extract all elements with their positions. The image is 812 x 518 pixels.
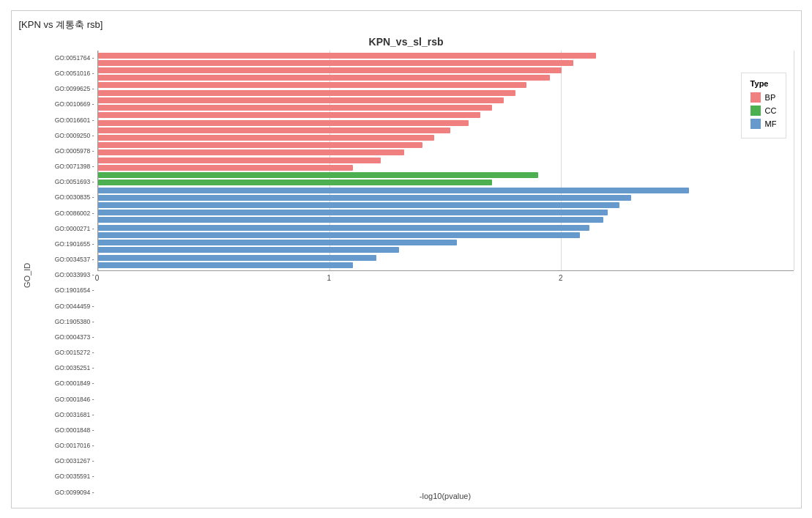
bar-bp: [98, 67, 562, 73]
bar-mf: [98, 255, 376, 261]
y-label: GO:0035251 -: [35, 365, 94, 371]
bar-row: [98, 52, 794, 59]
y-label: GO:0034537 -: [35, 256, 94, 263]
bar-row: [98, 74, 794, 81]
legend-color-cc: [750, 106, 761, 116]
bar-bp: [98, 120, 469, 126]
bar-cc: [98, 172, 539, 178]
bar-row: [98, 127, 794, 134]
y-axis-label: GO_ID: [19, 51, 35, 500]
x-tick-1: 1: [327, 274, 331, 282]
bar-bp: [98, 112, 481, 118]
y-label: GO:0017016 -: [35, 443, 94, 449]
bar-mf: [98, 247, 400, 253]
bar-row: [98, 201, 794, 209]
bar-row: [98, 216, 794, 223]
y-label: GO:0015272 -: [35, 349, 94, 356]
y-label: GO:0001848 -: [35, 427, 94, 434]
bar-bp: [98, 53, 597, 59]
legend: Type BP CC MF: [741, 73, 786, 138]
bars-and-grid: [97, 51, 794, 272]
bar-row: [98, 81, 794, 89]
x-axis-label: -log10(pvalue): [97, 492, 794, 500]
y-labels: GO:0051764 -GO:0051016 -GO:0099625 -GO:0…: [35, 51, 97, 500]
bar-cc: [98, 180, 492, 185]
bar-mf: [98, 262, 353, 268]
y-label: GO:0004373 -: [35, 334, 94, 341]
y-label: GO:1901655 -: [35, 241, 94, 248]
bar-bp: [98, 158, 381, 163]
bar-bp: [98, 60, 573, 66]
y-label: GO:0051693 -: [35, 179, 94, 185]
bar-row: [98, 141, 794, 149]
legend-item-mf: MF: [750, 119, 777, 129]
y-label: GO:0001849 -: [35, 380, 94, 387]
y-label: GO:1905380 -: [35, 319, 94, 325]
bar-mf: [98, 210, 608, 215]
bar-row: [98, 119, 794, 126]
y-label: GO:0030835 -: [35, 194, 94, 201]
bar-mf: [98, 240, 458, 245]
bar-row: [98, 179, 794, 186]
y-label: GO:0071398 -: [35, 163, 94, 170]
bar-row: [98, 171, 794, 179]
y-label: GO:0086002 -: [35, 210, 94, 217]
bar-row: [98, 224, 794, 232]
legend-label-cc: CC: [765, 106, 777, 115]
y-label: GO:0035591 -: [35, 473, 94, 480]
bar-bp: [98, 149, 404, 155]
bars-container: [98, 51, 794, 271]
bar-row: [98, 186, 794, 193]
y-label: GO:0044459 -: [35, 303, 94, 310]
x-tick-0: 0: [95, 274, 100, 282]
legend-label-bp: BP: [765, 93, 776, 102]
bar-bp: [98, 82, 527, 88]
y-label: GO:1901654 -: [35, 287, 94, 294]
chart-area: GO_ID GO:0051764 -GO:0051016 -GO:0099625…: [19, 51, 794, 500]
outer-container: [KPN vs 계통축 rsb] KPN_vs_sl_rsb GO_ID GO:…: [11, 10, 802, 508]
bar-bp: [98, 105, 492, 111]
y-label: GO:0000271 -: [35, 226, 94, 232]
bar-row: [98, 254, 794, 261]
y-label: GO:0005978 -: [35, 148, 94, 155]
legend-title: Type: [750, 79, 777, 88]
x-tick-2: 2: [559, 274, 563, 282]
bar-mf: [98, 225, 589, 231]
legend-color-bp: [750, 92, 761, 103]
y-label: GO:0033993 -: [35, 272, 94, 278]
bar-row: [98, 232, 794, 239]
y-label: GO:0001846 -: [35, 396, 94, 403]
bar-mf: [98, 195, 631, 201]
bar-row: [98, 262, 794, 269]
bar-mf: [98, 217, 603, 223]
bar-mf: [98, 188, 690, 193]
bar-row: [98, 104, 794, 111]
y-label: GO:0016601 -: [35, 117, 94, 124]
legend-item-bp: BP: [750, 92, 777, 103]
legend-color-mf: [750, 119, 761, 129]
bar-row: [98, 209, 794, 216]
y-label: GO:0051016 -: [35, 70, 94, 77]
bar-row: [98, 164, 794, 171]
bar-row: [98, 157, 794, 164]
y-label: GO:0099094 -: [35, 489, 94, 496]
bar-row: [98, 67, 794, 74]
y-label: GO:0010669 -: [35, 101, 94, 108]
y-label: GO:0031267 -: [35, 458, 94, 465]
y-label: GO:0031681 -: [35, 412, 94, 418]
bar-row: [98, 194, 794, 201]
chart-title: KPN_vs_sl_rsb: [369, 36, 444, 48]
bar-row: [98, 134, 794, 141]
y-label: GO:0051764 -: [35, 55, 94, 62]
chart-wrapper: KPN_vs_sl_rsb GO_ID GO:0051764 -GO:00510…: [19, 36, 794, 500]
bar-mf: [98, 202, 620, 208]
bar-bp: [98, 135, 434, 141]
bar-row: [98, 111, 794, 119]
header-label: [KPN vs 계통축 rsb]: [19, 18, 794, 32]
bar-bp: [98, 127, 450, 133]
bar-mf: [98, 232, 581, 238]
x-axis-ticks: 0 1 2: [97, 271, 794, 492]
bar-row: [98, 149, 794, 156]
bar-bp: [98, 75, 551, 81]
bar-row: [98, 246, 794, 254]
